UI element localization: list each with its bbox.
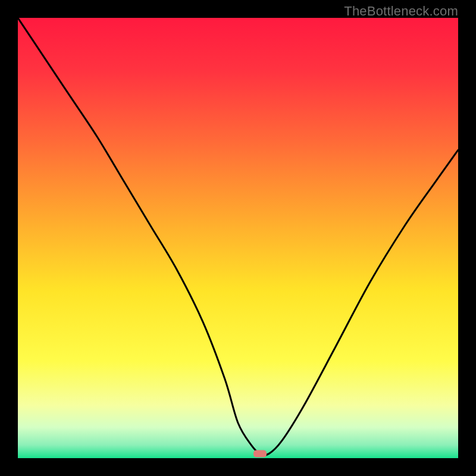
watermark-text: TheBottleneck.com — [344, 4, 458, 19]
chart-frame: TheBottleneck.com — [0, 0, 476, 476]
optimal-marker — [253, 450, 267, 458]
chart-background — [18, 18, 458, 458]
chart-plot-area — [18, 18, 458, 458]
chart-svg — [18, 18, 458, 458]
